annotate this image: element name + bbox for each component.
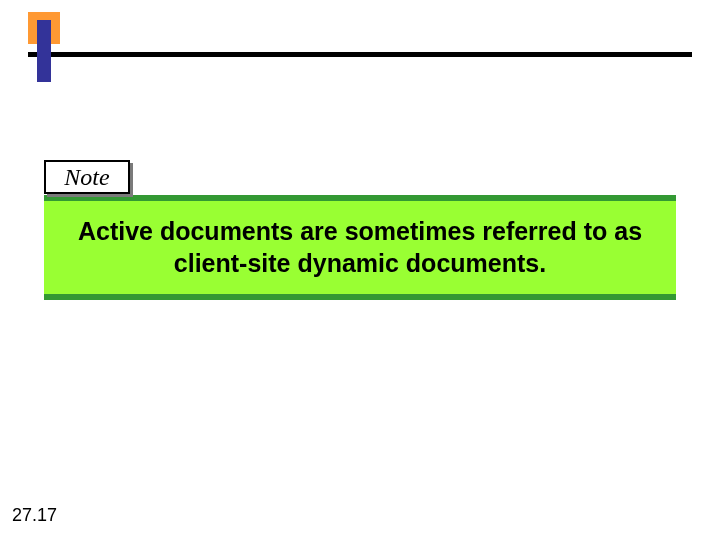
blue-vertical-accent xyxy=(37,20,51,82)
note-label-text: Note xyxy=(64,164,109,191)
note-body-text: Active documents are sometimes referred … xyxy=(76,215,644,279)
note-label-box: Note xyxy=(44,160,130,194)
note-body: Active documents are sometimes referred … xyxy=(44,201,676,297)
note-label-front: Note xyxy=(44,160,130,194)
note-bottom-bar xyxy=(44,294,676,300)
page-number: 27.17 xyxy=(12,505,57,526)
note-callout: Note Active documents are sometimes refe… xyxy=(44,160,676,300)
header-divider-line xyxy=(28,52,692,57)
slide-header-decoration xyxy=(0,0,720,100)
